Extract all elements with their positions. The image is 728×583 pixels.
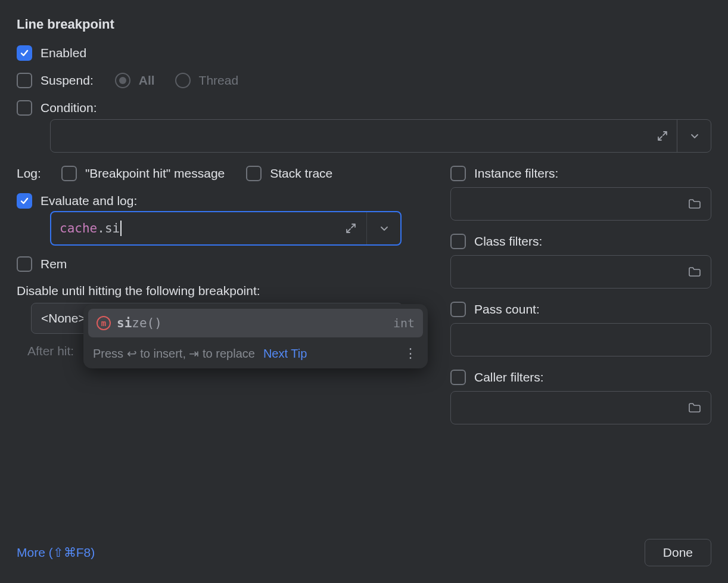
remove-checkbox[interactable]	[17, 256, 32, 272]
breakpoint-hit-checkbox[interactable]	[61, 166, 77, 181]
code-token-suffix: si	[105, 221, 120, 235]
caller-filters-label: Caller filters:	[474, 370, 544, 384]
dialog-title: Line breakpoint	[17, 17, 711, 32]
completion-text: size()	[117, 316, 387, 330]
next-tip-link[interactable]: Next Tip	[263, 347, 307, 361]
after-hit-label: After hit:	[27, 344, 74, 358]
class-filters-label: Class filters:	[474, 234, 542, 249]
completion-popup: m size() int Press ↩ to insert, ⇥ to rep…	[83, 304, 428, 368]
chevron-down-icon[interactable]	[689, 131, 700, 141]
footer: More (⇧⌘F8) Done	[17, 539, 711, 566]
code-token-cache: cache	[60, 221, 97, 235]
done-button[interactable]: Done	[645, 539, 711, 566]
pass-count-checkbox[interactable]	[450, 302, 466, 317]
instance-filters-label: Instance filters:	[474, 166, 558, 181]
more-link[interactable]: More (⇧⌘F8)	[17, 545, 95, 560]
condition-checkbox[interactable]	[17, 100, 32, 116]
class-filters-input[interactable]	[450, 255, 711, 289]
stack-trace-label: Stack trace	[270, 166, 332, 181]
log-row: Log: "Breakpoint hit" message Stack trac…	[17, 166, 421, 181]
method-icon: m	[97, 316, 111, 330]
instance-filters-input[interactable]	[450, 187, 711, 221]
folder-icon[interactable]	[688, 402, 701, 414]
more-icon[interactable]: ⋮	[404, 346, 418, 361]
breakpoint-hit-label: "Breakpoint hit" message	[85, 166, 225, 181]
condition-row: Condition:	[17, 100, 711, 116]
caller-filters-row: Caller filters:	[450, 370, 711, 385]
text-cursor	[120, 221, 122, 236]
evaluate-row: Evaluate and log:	[17, 193, 421, 209]
pass-count-label: Pass count:	[474, 302, 540, 317]
suspend-row: Suspend: All Thread	[17, 73, 711, 88]
suspend-thread-radio[interactable]	[175, 73, 191, 88]
chevron-down-icon[interactable]	[379, 223, 390, 234]
instance-filters-row: Instance filters:	[450, 166, 711, 181]
suspend-label: Suspend:	[41, 73, 94, 88]
log-label: Log:	[17, 166, 41, 181]
remove-row: Rem	[17, 256, 421, 272]
suspend-thread-label: Thread	[199, 73, 239, 88]
remove-label: Rem	[41, 257, 67, 271]
expand-icon[interactable]	[344, 222, 357, 235]
pass-count-input[interactable]	[450, 323, 711, 356]
code-token-dot: .	[97, 221, 105, 235]
suspend-all-label: All	[139, 73, 155, 88]
completion-hint: Press ↩ to insert, ⇥ to replace	[93, 346, 255, 361]
evaluate-label: Evaluate and log:	[41, 194, 137, 208]
suspend-checkbox[interactable]	[17, 73, 32, 88]
pass-count-row: Pass count:	[450, 302, 711, 317]
completion-return-type: int	[393, 316, 415, 330]
completion-rest: ze	[132, 316, 147, 330]
enabled-checkbox[interactable]	[17, 45, 32, 61]
completion-parens: ()	[147, 316, 162, 330]
completion-match: si	[117, 316, 132, 330]
caller-filters-input[interactable]	[450, 391, 711, 424]
condition-label: Condition:	[41, 101, 97, 115]
folder-icon[interactable]	[688, 198, 701, 210]
disable-until-label: Disable until hitting the following brea…	[17, 284, 421, 298]
enabled-label: Enabled	[41, 46, 86, 60]
folder-icon[interactable]	[688, 266, 701, 278]
completion-hint-row: Press ↩ to insert, ⇥ to replace Next Tip…	[83, 342, 428, 368]
evaluate-input[interactable]: cache.si	[50, 211, 402, 246]
caller-filters-checkbox[interactable]	[450, 370, 466, 385]
completion-item[interactable]: m size() int	[88, 309, 423, 337]
suspend-all-radio[interactable]	[115, 73, 130, 88]
class-filters-checkbox[interactable]	[450, 234, 466, 249]
evaluate-checkbox[interactable]	[17, 193, 32, 209]
class-filters-row: Class filters:	[450, 234, 711, 249]
instance-filters-checkbox[interactable]	[450, 166, 466, 181]
disable-until-value: <None>	[41, 311, 86, 325]
condition-input[interactable]	[50, 119, 711, 153]
expand-icon[interactable]	[656, 129, 669, 142]
stack-trace-checkbox[interactable]	[246, 166, 262, 181]
enabled-row: Enabled	[17, 45, 711, 61]
